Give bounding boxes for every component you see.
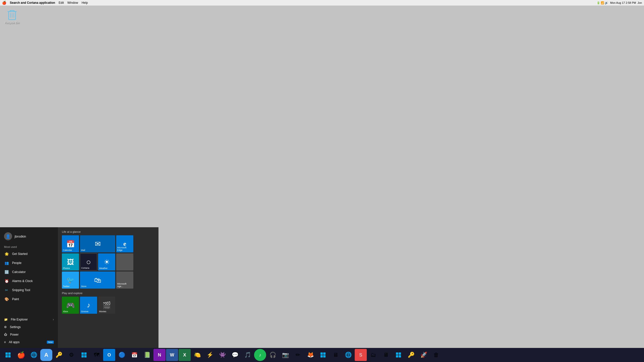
taskbar-snagit[interactable]: S [355, 349, 367, 361]
power-label: Power [10, 333, 19, 336]
taskbar-calendar[interactable]: 📅 [128, 349, 140, 361]
taskbar-windows-flag[interactable] [317, 349, 329, 361]
photos-tile-label: Photos [63, 267, 78, 269]
taskbar-trash[interactable]: 🗑 [430, 349, 442, 361]
recycle-bin[interactable]: Recycle Bin [2, 8, 22, 24]
start-menu: 👤 jbrodkin Most used 🌟 Get Started 👥 Peo… [0, 227, 158, 348]
taskbar-outlook[interactable]: O [103, 349, 115, 361]
paint-icon: 🎨 [4, 297, 9, 302]
taskbar-win-icon2[interactable] [392, 349, 405, 361]
tile-movies[interactable]: 🎬 Movies [98, 297, 115, 314]
taskbar-chrome[interactable]: 🔵 [116, 349, 128, 361]
tile-mail[interactable]: ✉ Mail [80, 235, 115, 252]
menu-edit[interactable]: Edit [59, 1, 64, 5]
tile-msagner[interactable]: Microsoft Age... [116, 272, 133, 289]
start-item-alarms-clock[interactable]: ⏰ Alarms & Clock [0, 277, 58, 286]
paint-label: Paint [12, 297, 19, 301]
taskbar-win[interactable] [78, 349, 90, 361]
taskbar-itunes[interactable]: 🎵 [242, 349, 254, 361]
start-item-snipping-tool[interactable]: ✂ Snipping Tool [0, 286, 58, 295]
tile-photos[interactable]: 🖼 Photos [62, 253, 79, 270]
taskbar-game[interactable]: 👾 [216, 349, 228, 361]
tile-edge[interactable]: e Microsoft Edge [116, 235, 133, 252]
xbox-tile-icon: 🎮 [66, 301, 75, 309]
taskbar-folder[interactable]: 🗂 [367, 349, 379, 361]
weather-tile-icon: ☀ [104, 258, 110, 266]
taskbar-syspreferences[interactable]: ⚙ [65, 349, 77, 361]
start-item-file-explorer[interactable]: 📁 File Explorer › [0, 316, 58, 323]
start-user[interactable]: 👤 jbrodkin [0, 229, 58, 243]
taskbar-messages[interactable]: 💬 [229, 349, 241, 361]
xbox-tile-label: Xbox [63, 310, 78, 313]
taskbar-1password[interactable]: 🔑 [53, 349, 65, 361]
menu-sys-icons: 🔋📶🔊 [597, 1, 609, 5]
taskbar-chromeedge[interactable]: 🌐 [342, 349, 354, 361]
taskbar-1password2[interactable]: 🔑 [405, 349, 417, 361]
taskbar-headphones[interactable]: 🎧 [267, 349, 279, 361]
power-icon: ⏻ [4, 333, 7, 336]
start-item-people[interactable]: 👥 People [0, 258, 58, 267]
tile-calendar[interactable]: 📅 Calendar [62, 235, 79, 252]
snipping-tool-icon: ✂ [4, 288, 9, 293]
file-explorer-label: File Explorer [11, 318, 28, 321]
taskbar-evernote[interactable]: 📗 [141, 349, 153, 361]
taskbar-tablet[interactable]: 🖥 [380, 349, 392, 361]
svg-rect-12 [323, 355, 326, 357]
start-item-all-apps[interactable]: ≡ All apps New [0, 338, 58, 346]
tile-twitter[interactable]: 🐦 Twitter [62, 272, 79, 289]
start-right-panel: Life at a glance 📅 Calendar ✉ Mail e Mic… [58, 227, 158, 348]
edge-tile-label: Microsoft Edge [117, 246, 132, 251]
taskbar-icons: 🍎 🌐 A 🔑 ⚙ 🗺 O 🔵 📅 📗 N W X 🍋 ⚡ 👾 💬 🎵 ♪ 🎧 … [15, 349, 643, 361]
tile-weather[interactable]: ☀ Weather [98, 253, 115, 270]
menu-window[interactable]: Window [67, 1, 78, 5]
alarms-clock-icon: ⏰ [4, 279, 9, 284]
taskbar-word[interactable]: W [166, 349, 178, 361]
apple-menu[interactable]: 🍎 [2, 1, 6, 5]
taskbar-electric[interactable]: ⚡ [204, 349, 216, 361]
taskbar-lemon[interactable]: 🍋 [191, 349, 203, 361]
start-item-settings[interactable]: ⚙ Settings [0, 323, 58, 331]
tile-groove[interactable]: ♪ Groove [80, 297, 97, 314]
movies-tile-label: Movies [99, 310, 114, 313]
svg-rect-10 [323, 352, 326, 355]
alarms-clock-label: Alarms & Clock [12, 279, 33, 283]
start-item-power[interactable]: ⏻ Power [0, 331, 58, 338]
taskbar-maps[interactable]: 🗺 [91, 349, 103, 361]
svg-rect-1 [6, 352, 8, 355]
taskbar: 🍎 🌐 A 🔑 ⚙ 🗺 O 🔵 📅 📗 N W X 🍋 ⚡ 👾 💬 🎵 ♪ 🎧 … [0, 348, 644, 362]
calendar-tile-label: Calendar [63, 249, 78, 251]
svg-rect-14 [399, 352, 401, 355]
recycle-bin-icon [6, 8, 18, 20]
tiles-grid-life: 📅 Calendar ✉ Mail e Microsoft Edge 🖼 Pho… [62, 235, 154, 289]
taskbar-launchpad[interactable]: 🚀 [418, 349, 430, 361]
taskbar-pencil[interactable]: ✏ [292, 349, 304, 361]
tile-xbox[interactable]: 🎮 Xbox [62, 297, 79, 314]
taskbar-safari[interactable]: 🌐 [28, 349, 40, 361]
taskbar-finder[interactable]: 🍎 [15, 349, 27, 361]
tile-store[interactable]: 🛍 Store [80, 272, 115, 289]
svg-rect-4 [8, 355, 11, 357]
taskbar-excel[interactable]: X [179, 349, 191, 361]
taskbar-photos[interactable]: 📷 [279, 349, 291, 361]
tile-news[interactable] [116, 253, 133, 270]
user-avatar: 👤 [4, 232, 12, 240]
start-item-get-started[interactable]: 🌟 Get Started [0, 249, 58, 258]
calculator-label: Calculator [12, 270, 26, 274]
taskbar-terminal[interactable]: 🖥 [330, 349, 342, 361]
get-started-label: Get Started [12, 252, 27, 256]
taskbar-onenote[interactable]: N [153, 349, 166, 361]
start-button[interactable] [1, 348, 15, 362]
start-item-calculator[interactable]: 🔢 Calculator [0, 267, 58, 277]
svg-rect-11 [320, 355, 323, 357]
snipping-tool-label: Snipping Tool [12, 288, 30, 292]
settings-icon: ⚙ [4, 325, 7, 329]
menu-help[interactable]: Help [82, 1, 88, 5]
taskbar-firefox[interactable]: 🦊 [304, 349, 316, 361]
cortana-tile-icon: ○ [86, 257, 91, 267]
taskbar-app1[interactable]: A [40, 349, 52, 361]
tile-cortana[interactable]: ○ Cortana [80, 253, 97, 270]
movies-tile-icon: 🎬 [102, 301, 111, 309]
taskbar-spotify[interactable]: ♪ [254, 349, 266, 361]
svg-rect-13 [396, 352, 398, 355]
start-item-paint[interactable]: 🎨 Paint [0, 295, 58, 304]
